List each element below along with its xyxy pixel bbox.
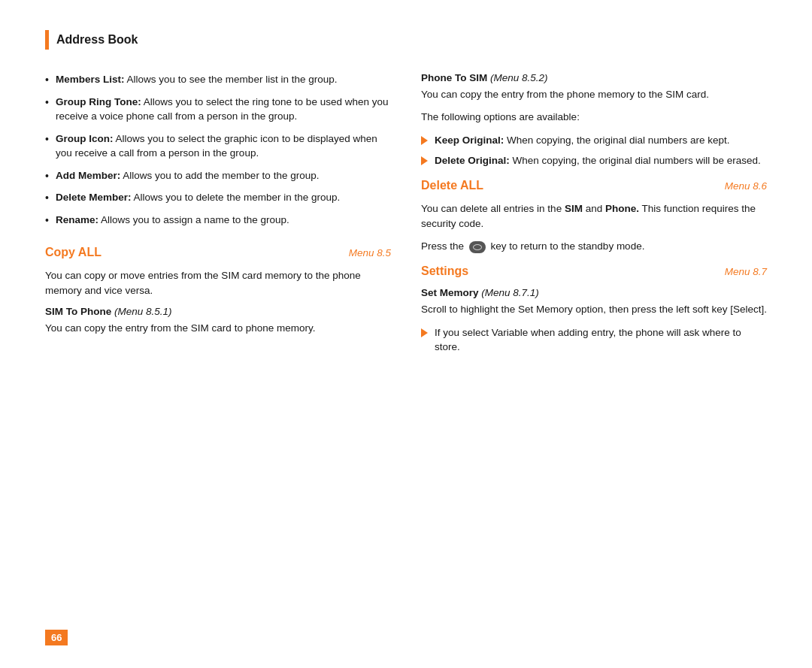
phone-to-sim-body: You can copy the entry from the phone me… (421, 87, 767, 102)
list-item: Members List: Allows you to see the memb… (45, 72, 391, 87)
end-key-icon (469, 241, 486, 253)
delete-all-menu: Menu 8.6 (725, 180, 767, 192)
delete-all-heading: Delete ALL (421, 179, 483, 192)
item-label: Rename: (56, 214, 98, 225)
phone-to-sim-title: Phone To SIM (421, 72, 487, 83)
delete-all-body: You can delete all entries in the SIM an… (421, 201, 767, 232)
list-item: Add Member: Allows you to add the member… (45, 168, 391, 183)
sim-to-phone-body: You can copy the entry from the SIM card… (45, 321, 391, 336)
phone-to-sim-heading: Phone To SIM (Menu 8.5.2) (421, 72, 767, 83)
bullet-list: Members List: Allows you to see the memb… (45, 72, 391, 228)
header-bar (45, 30, 49, 50)
delete-all-header: Delete ALL Menu 8.6 (421, 179, 767, 197)
set-memory-body: Scroll to highlight the Set Memory optio… (421, 302, 767, 317)
page: Address Book Members List: Allows you to… (0, 0, 812, 668)
option-label: Keep Original: (435, 135, 504, 146)
page-header: Address Book (45, 30, 767, 50)
settings-header: Settings Menu 8.7 (421, 264, 767, 283)
item-label: Members List: (56, 74, 125, 85)
list-item: If you select Variable when adding entry… (421, 325, 767, 355)
set-memory-title: Set Memory (421, 287, 479, 298)
item-text: Allows you to see the member list in the… (127, 74, 338, 85)
copy-all-header: Copy ALL Menu 8.5 (45, 246, 391, 264)
sim-to-phone-title: SIM To Phone (45, 306, 111, 317)
list-item: Group Icon: Allows you to select the gra… (45, 131, 391, 161)
settings-bullet-list: If you select Variable when adding entry… (421, 325, 767, 355)
list-item: Group Ring Tone: Allows you to select th… (45, 95, 391, 124)
list-item: Delete Original: When copying, the origi… (421, 153, 767, 168)
settings-heading: Settings (421, 264, 468, 278)
options-label: The following options are available: (421, 110, 767, 125)
right-column: Phone To SIM (Menu 8.5.2) You can copy t… (421, 72, 767, 361)
settings-bullet-text: If you select Variable when adding entry… (435, 327, 741, 353)
options-list: Keep Original: When copying, the origina… (421, 133, 767, 168)
phone-to-sim-menu: (Menu 8.5.2) (490, 72, 548, 83)
settings-menu: Menu 8.7 (725, 266, 767, 277)
list-item: Keep Original: When copying, the origina… (421, 133, 767, 148)
sim-bold: SIM (565, 203, 583, 214)
page-number: 66 (45, 630, 68, 645)
sim-to-phone-menu: (Menu 8.5.1) (114, 306, 172, 317)
set-memory-menu: (Menu 8.7.1) (481, 287, 539, 298)
set-memory-heading: Set Memory (Menu 8.7.1) (421, 287, 767, 298)
left-column: Members List: Allows you to see the memb… (45, 72, 391, 361)
item-label: Delete Member: (56, 192, 132, 203)
option-label: Delete Original: (435, 155, 510, 166)
copy-all-heading: Copy ALL (45, 246, 102, 259)
list-item: Delete Member: Allows you to delete the … (45, 190, 391, 205)
option-text: When copying, the original dial numbers … (507, 135, 729, 146)
content-area: Members List: Allows you to see the memb… (45, 72, 767, 361)
item-label: Group Icon: (56, 133, 114, 144)
list-item: Rename: Allows you to assign a name to t… (45, 213, 391, 228)
item-text: Allows you to add the member to the grou… (123, 170, 319, 181)
item-label: Group Ring Tone: (56, 96, 141, 107)
press-key-text: Press the key to return to the standby m… (421, 239, 767, 254)
sim-to-phone-heading: SIM To Phone (Menu 8.5.1) (45, 306, 391, 317)
copy-all-menu: Menu 8.5 (349, 247, 391, 258)
item-text: Allows you to delete the member in the g… (134, 192, 341, 203)
option-text: When copying, the original dial numbers … (513, 155, 761, 166)
page-title: Address Book (56, 33, 138, 47)
item-label: Add Member: (56, 170, 120, 181)
item-text: Allows you to assign a name to the group… (101, 214, 289, 225)
phone-bold: Phone. (605, 203, 639, 214)
copy-all-body: You can copy or move entries from the SI… (45, 268, 391, 299)
